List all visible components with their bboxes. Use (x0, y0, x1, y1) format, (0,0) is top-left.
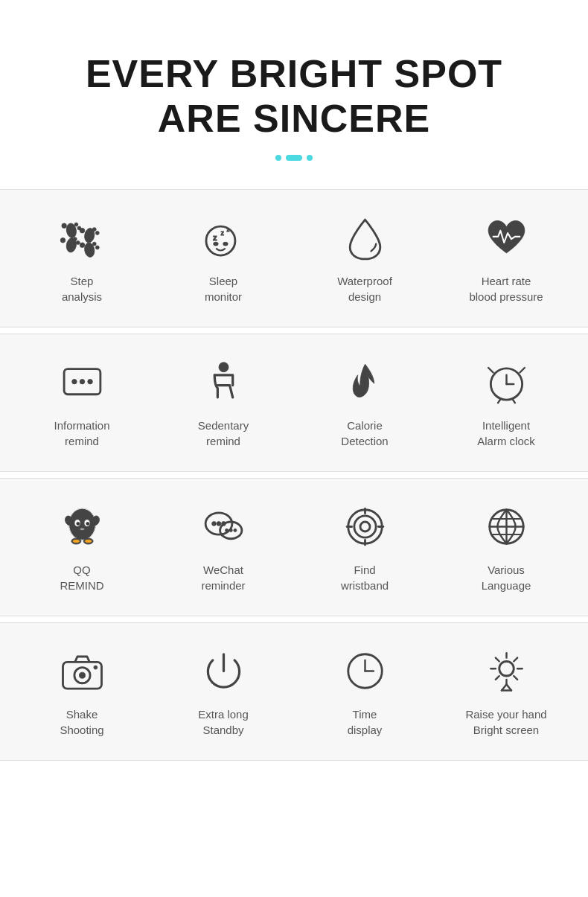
feature-alarm-clock: IntelligentAlarm clock (439, 357, 573, 449)
dot-2 (286, 155, 302, 161)
feature-raise-hand: Raise your handBright screen (439, 645, 573, 738)
feature-info-remind: Informationremind (15, 357, 149, 449)
dot-3 (307, 155, 313, 161)
language-label: VariousLanguage (482, 562, 531, 593)
time-display-icon (339, 645, 391, 698)
sleep-monitor-label: Sleepmonitor (205, 273, 242, 304)
heart-rate-label: Heart rateblood pressure (469, 273, 543, 304)
feature-shake-shooting: ShakeShooting (15, 645, 149, 738)
header: EVERY BRIGHT SPOT ARE SINCERE (71, 0, 517, 183)
feature-heart-rate: Heart rateblood pressure (439, 212, 573, 304)
waterproof-label: Waterproofdesign (337, 273, 392, 304)
wechat-icon (197, 501, 249, 553)
time-display-label: Timedisplay (348, 706, 383, 738)
find-wristband-label: Findwristband (341, 562, 389, 593)
feature-sedentary-remind: Sedentaryremind (156, 357, 290, 449)
heart-rate-icon (480, 212, 532, 264)
feature-section-4: ShakeShooting Extra longStandby Timedisp… (0, 622, 588, 761)
info-remind-icon (56, 357, 108, 409)
feature-section-2: Informationremind Sedentaryremind Calori… (0, 333, 588, 472)
feature-sleep-monitor: Sleepmonitor (156, 212, 290, 304)
waterproof-icon (339, 212, 391, 264)
qq-label: QQREMIND (60, 562, 103, 593)
find-wristband-icon (339, 501, 391, 553)
shake-shooting-icon (56, 645, 108, 698)
feature-calorie: CalorieDetection (298, 357, 432, 449)
alarm-clock-icon (480, 357, 532, 409)
feature-section-1: Stepanalysis Sleepmonitor Waterproofdesi… (0, 189, 588, 328)
alarm-clock-label: IntelligentAlarm clock (477, 418, 535, 449)
standby-label: Extra longStandby (198, 706, 249, 738)
qq-icon (56, 501, 108, 553)
wechat-label: WeChatreminder (201, 562, 245, 593)
language-icon (480, 501, 532, 553)
step-analysis-icon (56, 212, 108, 264)
feature-standby: Extra longStandby (156, 645, 290, 738)
sedentary-label: Sedentaryremind (198, 418, 249, 449)
raise-hand-label: Raise your handBright screen (465, 706, 546, 738)
raise-hand-icon (480, 645, 532, 698)
feature-various-language: VariousLanguage (439, 501, 573, 593)
feature-step-analysis: Stepanalysis (15, 212, 149, 304)
shake-shooting-label: ShakeShooting (60, 706, 103, 738)
sedentary-icon (197, 357, 249, 409)
page-title: EVERY BRIGHT SPOT ARE SINCERE (86, 52, 502, 141)
feature-waterproof: Waterproofdesign (298, 212, 432, 304)
dot-1 (275, 155, 281, 161)
feature-qq: QQREMIND (15, 501, 149, 593)
feature-time-display: Timedisplay (298, 645, 432, 738)
decorative-dots (86, 155, 502, 161)
feature-section-3: QQREMIND WeChatreminder Findwristband Va… (0, 478, 588, 616)
sleep-monitor-icon (197, 212, 249, 264)
calorie-label: CalorieDetection (341, 418, 388, 449)
calorie-icon (339, 357, 391, 409)
feature-wechat: WeChatreminder (156, 501, 290, 593)
step-analysis-label: Stepanalysis (62, 273, 102, 304)
standby-icon (197, 645, 249, 698)
feature-find-wristband: Findwristband (298, 501, 432, 593)
info-remind-label: Informationremind (54, 418, 109, 449)
